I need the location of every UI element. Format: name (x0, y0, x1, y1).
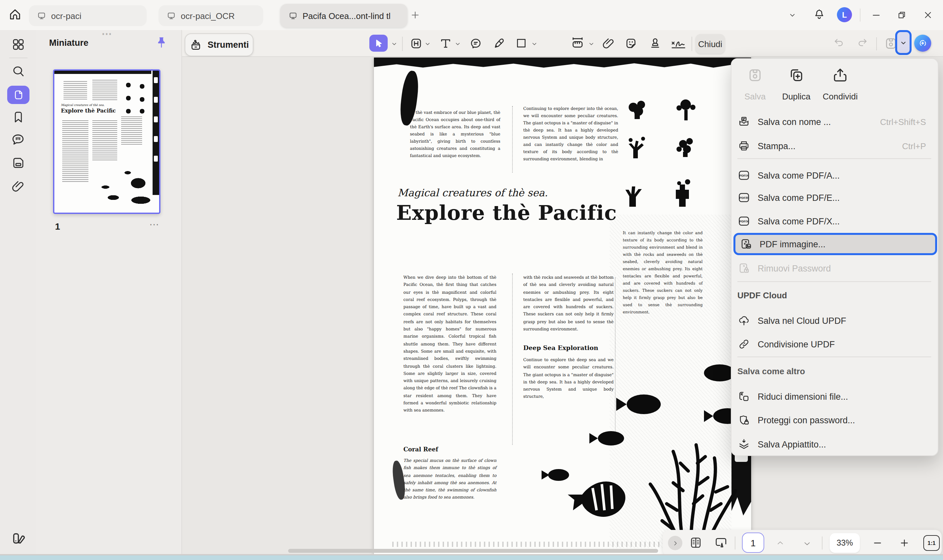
tab-ocr-paci[interactable]: ocr-paci (29, 5, 147, 26)
quick-action-duplica[interactable]: Duplica (776, 67, 816, 102)
menu-item-salva-cloud[interactable]: Salva nel Cloud UPDF (733, 309, 937, 332)
doc-coral-body: The special mucus on thè surface of clow… (403, 457, 496, 501)
save-menu-trigger-active[interactable] (895, 30, 912, 55)
shape-tool[interactable] (512, 35, 531, 52)
strumenti-button[interactable]: Strumenti (185, 33, 253, 56)
chevron-right-icon (671, 539, 679, 546)
pdfe-badge-icon: PDF/E (738, 191, 750, 204)
note-tool[interactable] (466, 35, 485, 52)
toolbar-divider-2 (691, 37, 692, 51)
sidebar-item-comments[interactable] (11, 132, 26, 147)
notifications-button[interactable] (813, 8, 826, 21)
quick-action-condividi[interactable]: Condividi (818, 67, 863, 102)
sidebar-item-slides[interactable] (11, 156, 26, 170)
menu-item-salva-pdfx[interactable]: PDF/X Salva come PDF/X... (733, 209, 937, 233)
page-thumbnail-selected[interactable]: Magical creatures of thè sea. Explore th… (53, 69, 161, 214)
note-bubble-icon (469, 36, 482, 50)
home-button[interactable] (8, 7, 22, 22)
pin-button[interactable] (155, 35, 168, 50)
maximize-button[interactable] (897, 10, 907, 20)
attach-tool[interactable] (599, 35, 617, 52)
menu-item-stampa[interactable]: Stampa... Ctrl+P (733, 134, 937, 158)
statusbar-expand-button[interactable] (668, 536, 682, 550)
minimize-button[interactable] (871, 10, 881, 20)
doc-column-rule-1 (512, 106, 513, 173)
save-icon (747, 67, 764, 84)
sticker-tool[interactable] (622, 35, 640, 52)
chevron-up-icon (775, 538, 785, 548)
ai-assistant-button[interactable] (914, 35, 931, 52)
menu-item-riduci-dimensioni[interactable]: Riduci dimensioni file... (733, 385, 937, 408)
pdf-page[interactable]: In thè vast embrace of our blue planet, … (374, 58, 751, 555)
zoom-level[interactable]: 33% (830, 533, 860, 553)
panel-drag-handle[interactable]: ⋯ (102, 28, 113, 40)
pencil-tool[interactable] (490, 35, 508, 52)
search-icon (11, 64, 26, 78)
doc-col2-top: with thè rocks and seaweeds at thè botto… (523, 274, 614, 333)
ruler-icon (570, 36, 585, 50)
stamp-tool[interactable] (646, 35, 664, 52)
menu-item-salva-appiattito[interactable]: Salva Appiattito... (733, 432, 937, 456)
menu-item-label: Salva come PDF/X... (758, 216, 840, 226)
actual-size-button[interactable]: 1:1 (923, 535, 940, 551)
measure-tool[interactable] (568, 35, 587, 52)
toolbox-icon (189, 38, 202, 51)
page-number-input[interactable]: 1 (742, 532, 764, 553)
text-icon (438, 36, 452, 50)
close-button[interactable] (923, 10, 933, 20)
menu-item-rimuovi-password[interactable]: Rimuovi Password (733, 257, 937, 280)
menu-item-condivisione-updf[interactable]: Condivisione UPDF (733, 332, 937, 356)
presentation-button[interactable] (714, 536, 728, 550)
shield-lock-icon (738, 414, 750, 426)
plus-icon (899, 538, 910, 548)
menu-item-pdf-immagine-highlighted[interactable]: PDF immagine... (733, 233, 937, 255)
chiudi-label: Chiudi (698, 39, 722, 49)
tabbar-chevron-button[interactable] (787, 11, 798, 20)
measure-tool-chevron[interactable] (587, 40, 595, 48)
mini-sea-illustration (97, 163, 153, 207)
menu-item-proteggi-password[interactable]: Proteggi con password... (733, 408, 937, 432)
mini-headline: Explore thè Pacific (61, 107, 116, 114)
select-tool-chevron[interactable] (390, 40, 398, 48)
menu-item-salva-con-nome[interactable]: Salva con nome ... Ctrl+Shift+S (733, 110, 937, 134)
page-layout-button[interactable] (689, 536, 703, 549)
shape-tool-chevron[interactable] (531, 40, 538, 48)
thumbnail-overflow-button[interactable]: ⋯ (149, 218, 160, 230)
redo-button[interactable] (857, 37, 868, 48)
chiudi-button[interactable]: Chiudi (696, 34, 725, 54)
signature-tool[interactable] (668, 35, 689, 52)
tab-pacifa-ocean-active[interactable]: Pacifa Ocea...ont-lind tl (280, 4, 407, 28)
toolbar-divider-1 (402, 37, 403, 51)
avatar-initial: L (842, 10, 847, 19)
quick-action-salva[interactable]: Salva (735, 67, 775, 102)
sidebar-item-search[interactable] (11, 64, 26, 78)
undo-button[interactable] (833, 37, 845, 48)
previous-page-button[interactable] (775, 538, 785, 548)
doc-column-rule-2 (512, 274, 513, 445)
page-icon (12, 89, 24, 101)
tab-label: ocr-paci_OCR (181, 11, 235, 21)
sidebar-item-apps[interactable] (11, 37, 26, 52)
zoom-in-button[interactable] (899, 538, 910, 548)
menu-item-salva-pdfe[interactable]: PDF/E Salva come PDF/E... (733, 186, 937, 209)
heading-tool[interactable] (407, 35, 425, 52)
text-tool[interactable] (436, 35, 454, 52)
next-page-button[interactable] (802, 539, 812, 548)
tab-ocr-paci-ocr[interactable]: ocr-paci_OCR (159, 5, 263, 26)
restore-icon (897, 10, 907, 20)
avatar[interactable]: L (837, 7, 852, 22)
sidebar-item-bookmarks[interactable] (11, 110, 26, 124)
horizontal-scrollbar[interactable] (288, 549, 658, 553)
mini-intro-col1 (63, 81, 87, 100)
zoom-out-button[interactable] (872, 538, 883, 548)
grid-icon (11, 37, 26, 52)
sidebar-item-thumbnails-active[interactable] (7, 86, 29, 104)
sidebar-item-swatches[interactable] (11, 531, 26, 546)
mini-col2 (92, 120, 117, 161)
new-tab-button[interactable] (410, 10, 420, 20)
heading-tool-chevron[interactable] (424, 40, 432, 48)
sidebar-item-attachments[interactable] (11, 179, 26, 194)
menu-item-salva-pdfa[interactable]: PDF/A Salva come PDF/A... (733, 163, 937, 187)
select-tool-active[interactable] (369, 35, 388, 52)
text-tool-chevron[interactable] (454, 40, 461, 48)
